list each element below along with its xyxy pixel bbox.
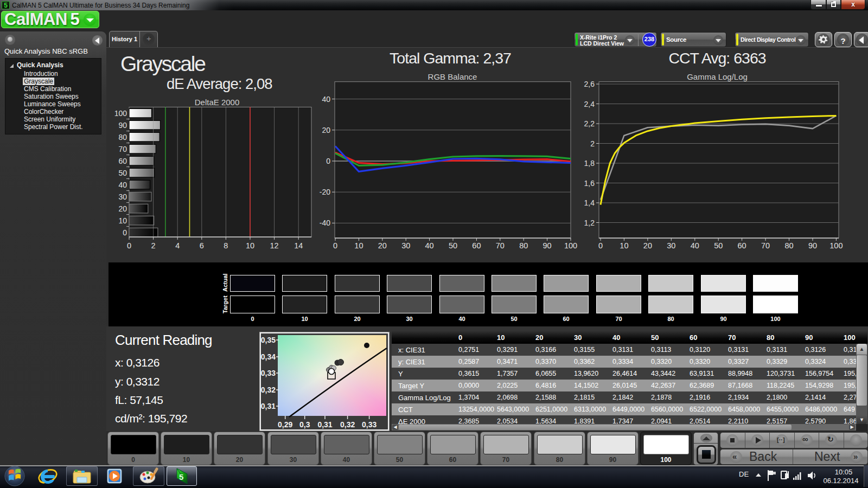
svg-text:1,8: 1,8 — [584, 159, 595, 168]
svg-text:dE Average: 2,08: dE Average: 2,08 — [167, 75, 272, 92]
svg-text:0: 0 — [123, 228, 127, 237]
svg-text:0,31: 0,31 — [317, 420, 332, 429]
svg-text:90: 90 — [118, 121, 127, 130]
svg-text:40: 40 — [425, 241, 434, 250]
svg-text:50: 50 — [714, 241, 723, 250]
svg-text:10: 10 — [118, 216, 127, 225]
svg-text:50: 50 — [449, 241, 457, 250]
svg-text:100: 100 — [829, 241, 843, 250]
svg-text:2,4: 2,4 — [584, 100, 595, 108]
svg-text:80: 80 — [784, 241, 793, 250]
svg-text:-40: -40 — [320, 219, 330, 227]
svg-text:20: 20 — [378, 241, 387, 250]
svg-text:12: 12 — [270, 241, 279, 250]
svg-text:0: 0 — [326, 157, 330, 165]
svg-text:2: 2 — [151, 241, 156, 250]
svg-text:1,4: 1,4 — [584, 198, 595, 207]
svg-text:80: 80 — [519, 241, 528, 250]
svg-text:RGB Balance: RGB Balance — [428, 72, 477, 81]
svg-text:40: 40 — [322, 95, 330, 104]
svg-text:0: 0 — [333, 241, 337, 250]
svg-text:0,31: 0,31 — [261, 402, 276, 410]
svg-text:20: 20 — [118, 204, 127, 213]
svg-text:0,29: 0,29 — [278, 420, 292, 429]
svg-text:4: 4 — [175, 241, 180, 250]
svg-text:DeltaE 2000: DeltaE 2000 — [195, 98, 240, 107]
svg-text:30: 30 — [118, 192, 127, 201]
svg-text:40: 40 — [118, 181, 127, 189]
svg-text:80: 80 — [118, 133, 127, 142]
svg-text:0: 0 — [598, 241, 603, 250]
svg-text:50: 50 — [118, 169, 127, 177]
svg-text:8: 8 — [224, 241, 228, 250]
svg-text:100: 100 — [564, 241, 577, 250]
svg-text:20: 20 — [322, 126, 330, 134]
svg-text:-20: -20 — [320, 188, 330, 196]
svg-text:70: 70 — [761, 241, 770, 250]
svg-text:5: 5 — [179, 472, 183, 481]
svg-text:0,34: 0,34 — [261, 352, 276, 361]
svg-text:0,3: 0,3 — [299, 420, 310, 429]
svg-text:0,32: 0,32 — [261, 386, 276, 394]
svg-text:Total Gamma: 2,37: Total Gamma: 2,37 — [390, 49, 511, 67]
svg-text:Gamma Log/Log: Gamma Log/Log — [687, 72, 748, 81]
svg-text:0,32: 0,32 — [340, 420, 355, 429]
svg-text:1,6: 1,6 — [584, 179, 595, 188]
svg-text:1,2: 1,2 — [584, 219, 595, 227]
svg-text:60: 60 — [738, 241, 746, 250]
svg-text:40: 40 — [691, 241, 699, 250]
svg-text:90: 90 — [808, 241, 817, 250]
svg-text:10: 10 — [246, 241, 254, 250]
svg-text:14: 14 — [294, 241, 303, 250]
svg-text:10: 10 — [354, 241, 363, 250]
svg-text:10: 10 — [620, 241, 628, 250]
svg-text:2: 2 — [590, 139, 595, 148]
svg-text:0,33: 0,33 — [362, 420, 376, 429]
svg-text:2,2: 2,2 — [584, 119, 595, 128]
svg-text:0: 0 — [127, 241, 131, 250]
svg-text:60: 60 — [118, 157, 127, 165]
svg-text:0,33: 0,33 — [261, 369, 276, 377]
svg-text:6: 6 — [200, 241, 204, 250]
svg-text:100: 100 — [114, 109, 127, 118]
svg-text:20: 20 — [643, 241, 652, 250]
svg-text:90: 90 — [543, 241, 552, 250]
svg-text:2,6: 2,6 — [584, 80, 595, 88]
svg-text:60: 60 — [472, 241, 481, 250]
svg-text:CCT Avg: 6363: CCT Avg: 6363 — [668, 49, 765, 67]
svg-text:70: 70 — [118, 145, 127, 153]
svg-text:30: 30 — [401, 241, 410, 250]
svg-text:70: 70 — [496, 241, 505, 250]
svg-text:Grayscale: Grayscale — [120, 52, 205, 75]
svg-text:0,35: 0,35 — [261, 336, 276, 344]
svg-text:30: 30 — [667, 241, 675, 250]
